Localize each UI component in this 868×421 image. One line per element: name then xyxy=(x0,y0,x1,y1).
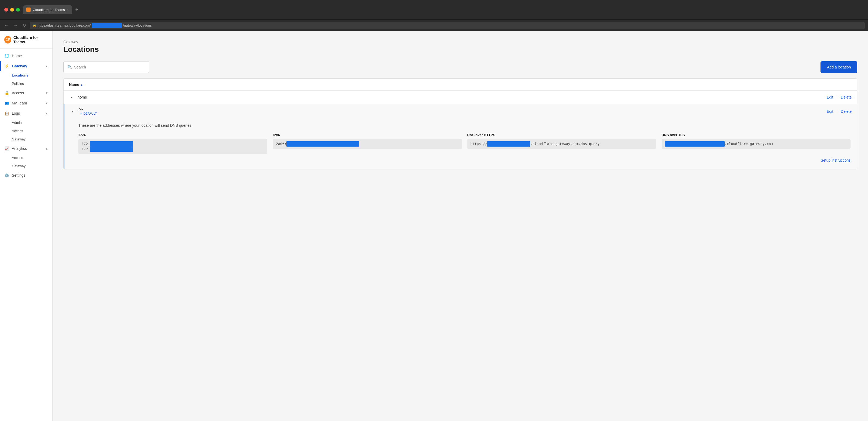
sidebar-item-logs-gateway[interactable]: Gateway xyxy=(0,135,52,143)
ipv6-label: IPv6 xyxy=(273,133,462,137)
ipv6-redacted xyxy=(286,141,359,147)
close-window-button[interactable] xyxy=(4,8,8,11)
address-bar-row: ← → ↻ 🔒 https://dash.teams.cloudflare.co… xyxy=(0,19,868,31)
ipv4-redacted xyxy=(90,141,133,147)
action-separator: | xyxy=(836,109,837,114)
delete-button[interactable]: Delete xyxy=(841,109,851,114)
location-row-header: ▸ home Edit | Delete xyxy=(64,91,857,103)
minimize-window-button[interactable] xyxy=(10,8,14,11)
row-actions: Edit | Delete xyxy=(827,95,851,100)
location-expanded-content: These are the addresses where your locat… xyxy=(64,119,857,169)
locations-table: Name ▲ ▸ home Edit | Delete xyxy=(63,79,857,170)
delete-button[interactable]: Delete xyxy=(841,95,851,99)
sidebar-item-logs[interactable]: 📋 Logs ▲ xyxy=(0,108,52,118)
main-content: Gateway Locations 🔍 Add a location Name … xyxy=(53,31,868,421)
new-tab-button[interactable]: + xyxy=(73,7,81,12)
expand-toggle[interactable]: ▸ xyxy=(69,94,74,100)
add-location-button[interactable]: Add a location xyxy=(820,61,857,73)
traffic-lights xyxy=(4,8,20,11)
access-icon: 🔒 xyxy=(4,90,9,95)
dns-grid: IPv4 172. 172. IPv6 2a06: xyxy=(79,133,850,154)
breadcrumb: Gateway xyxy=(63,40,857,44)
column-name[interactable]: Name ▲ xyxy=(69,83,83,87)
sidebar-subitem-label: Policies xyxy=(12,82,24,86)
https-redacted xyxy=(487,141,530,147)
sidebar-item-settings[interactable]: ⚙️ Settings xyxy=(0,170,52,180)
sidebar-item-gateway[interactable]: ⚡ Gateway ▲ xyxy=(0,61,52,71)
collapse-toggle[interactable]: ▾ xyxy=(70,109,75,114)
sidebar-subitem-label: Gateway xyxy=(12,164,26,168)
sidebar-brand: Cloudflare for Teams xyxy=(13,35,48,44)
analytics-icon: 📈 xyxy=(4,146,9,151)
toolbar: 🔍 Add a location xyxy=(63,61,857,73)
sidebar-item-analytics[interactable]: 📈 Analytics ▲ xyxy=(0,143,52,154)
search-box[interactable]: 🔍 xyxy=(63,61,149,73)
location-name: home xyxy=(78,95,827,99)
tls-redacted xyxy=(665,141,725,147)
sidebar-item-label: Analytics xyxy=(12,146,27,151)
chevron-up-icon: ▲ xyxy=(45,65,48,68)
sidebar-item-policies[interactable]: Policies xyxy=(0,80,52,88)
sidebar-item-logs-access[interactable]: Access xyxy=(0,127,52,135)
ipv4-value: 172. 172. xyxy=(79,139,267,154)
sidebar-item-analytics-gateway[interactable]: Gateway xyxy=(0,162,52,170)
ipv4-label: IPv4 xyxy=(79,133,267,137)
sidebar-subitem-label: Access xyxy=(12,129,23,133)
dns-https-value: https:// .cloudflare-gateway.com/dns-que… xyxy=(467,139,656,149)
dns-tls-label: DNS over TLS xyxy=(661,133,850,137)
sidebar-subitem-label: Access xyxy=(12,156,23,160)
sidebar-item-analytics-access[interactable]: Access xyxy=(0,154,52,162)
ipv6-column: IPv6 2a06: xyxy=(273,133,462,154)
search-input[interactable] xyxy=(74,65,145,69)
home-icon: 🌐 xyxy=(4,54,9,58)
avatar: CF xyxy=(4,36,11,43)
sidebar-subitem-label: Locations xyxy=(12,73,28,77)
table-row: ▸ home Edit | Delete xyxy=(64,91,857,104)
logs-icon: 📋 xyxy=(4,111,9,116)
default-badge: • DEFAULT xyxy=(81,112,827,115)
active-tab[interactable]: Cloudflare for Teams × xyxy=(23,5,72,14)
reload-button[interactable]: ↻ xyxy=(22,22,27,29)
column-name-label: Name xyxy=(69,83,79,87)
address-text-prefix: https://dash.teams.cloudflare.com/ xyxy=(38,23,91,27)
sidebar-item-home[interactable]: 🌐 Home xyxy=(0,51,52,61)
chevron-down-icon: ▼ xyxy=(45,102,48,105)
sidebar-item-label: Home xyxy=(12,54,22,58)
address-text-suffix: /gateway/locations xyxy=(123,23,152,27)
back-button[interactable]: ← xyxy=(3,22,10,29)
sidebar-item-logs-admin[interactable]: Admin xyxy=(0,118,52,127)
location-name: PY • DEFAULT xyxy=(79,108,827,115)
address-bar[interactable]: 🔒 https://dash.teams.cloudflare.com/ /ga… xyxy=(30,22,865,29)
tab-title: Cloudflare for Teams xyxy=(33,8,65,12)
sidebar-item-locations[interactable]: Locations xyxy=(0,71,52,80)
address-highlight xyxy=(92,23,122,28)
sidebar-item-label: Settings xyxy=(12,173,26,178)
sort-asc-icon: ▲ xyxy=(80,83,83,86)
sidebar-item-access[interactable]: 🔒 Access ▼ xyxy=(0,88,52,98)
edit-button[interactable]: Edit xyxy=(827,95,833,99)
tab-close-button[interactable]: × xyxy=(67,8,69,11)
forward-button[interactable]: → xyxy=(12,22,19,29)
sidebar-header: CF Cloudflare for Teams xyxy=(0,31,52,49)
myteam-icon: 👥 xyxy=(4,101,9,106)
dns-description: These are the addresses where your locat… xyxy=(79,123,850,127)
table-header: Name ▲ xyxy=(64,79,857,91)
edit-button[interactable]: Edit xyxy=(827,109,833,114)
sidebar-item-label: Gateway xyxy=(12,64,27,68)
sidebar-item-label: Logs xyxy=(12,111,20,116)
dns-tls-column: DNS over TLS .cloudflare-gateway.com xyxy=(661,133,850,154)
chevron-up-icon: ▲ xyxy=(45,112,48,115)
sidebar-subitem-label: Gateway xyxy=(12,137,26,141)
tab-favicon xyxy=(26,7,31,12)
settings-icon: ⚙️ xyxy=(4,173,9,178)
app-layout: CF Cloudflare for Teams 🌐 Home ⚡ Gateway… xyxy=(0,31,868,421)
browser-titlebar: Cloudflare for Teams × + xyxy=(0,0,868,19)
setup-instructions-link[interactable]: Setup instructions xyxy=(821,158,850,162)
ipv4-column: IPv4 172. 172. xyxy=(79,133,267,154)
tab-bar: Cloudflare for Teams × + xyxy=(23,5,864,14)
action-separator: | xyxy=(836,95,837,100)
dns-tls-value: .cloudflare-gateway.com xyxy=(661,139,850,149)
fullscreen-window-button[interactable] xyxy=(16,8,20,11)
sidebar-item-myteam[interactable]: 👥 My Team ▼ xyxy=(0,98,52,108)
page-title: Locations xyxy=(63,45,857,54)
